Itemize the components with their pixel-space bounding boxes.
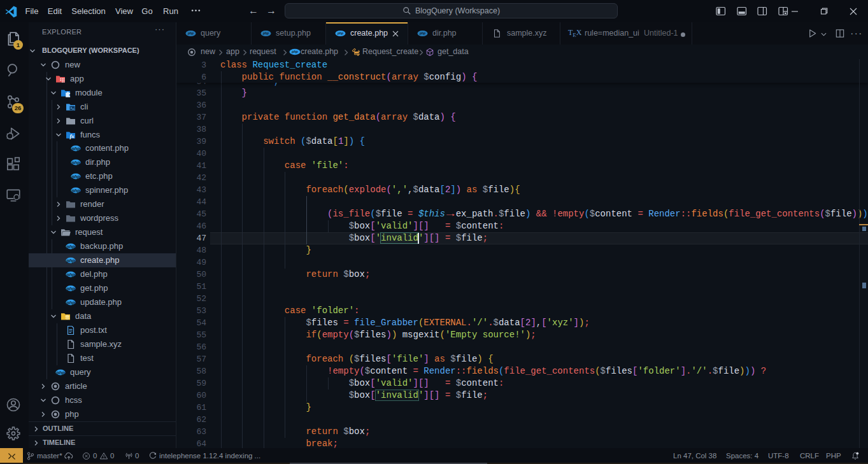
svg-text:php: php xyxy=(55,370,65,376)
svg-text:php: php xyxy=(187,31,194,35)
svg-text:php: php xyxy=(71,160,80,165)
svg-text:fx: fx xyxy=(69,133,75,139)
svg-text:php: php xyxy=(262,31,269,35)
svg-text:php: php xyxy=(337,31,343,35)
svg-text:php: php xyxy=(66,286,75,292)
svg-text:php: php xyxy=(66,244,75,250)
svg-text:php: php xyxy=(66,272,75,278)
svg-text:php: php xyxy=(71,146,80,151)
svg-text:php: php xyxy=(71,188,80,193)
svg-text:php: php xyxy=(71,174,80,179)
svg-text:php: php xyxy=(419,31,425,35)
svg-text:php: php xyxy=(291,50,298,53)
svg-text:php: php xyxy=(66,258,75,264)
svg-text:php: php xyxy=(66,300,75,306)
